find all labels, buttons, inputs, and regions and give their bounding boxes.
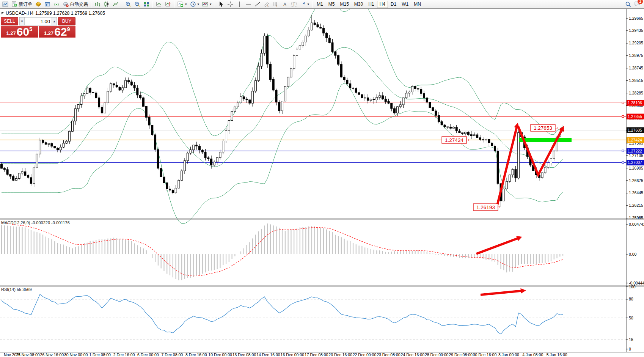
zoom-in-icon: [125, 1, 131, 7]
toolbar-separator: [312, 1, 313, 8]
zoom-out-icon: [134, 1, 140, 7]
candles: [1, 15, 564, 207]
trendline-tool-button[interactable]: [253, 0, 262, 8]
tile-windows-button[interactable]: [142, 0, 151, 8]
line-chart-button[interactable]: [111, 0, 120, 8]
chart-canvas[interactable]: 1.296651.294351.292051.289751.287451.285…: [0, 0, 644, 357]
timeframe-h4[interactable]: H4: [377, 1, 388, 8]
sell-price[interactable]: 1.27 60 5: [1, 26, 38, 38]
cursor-tool-button[interactable]: [217, 0, 226, 8]
svg-text:1.27424: 1.27424: [445, 137, 463, 143]
market-watch-button[interactable]: [43, 0, 52, 8]
buy-button[interactable]: BUY: [58, 17, 75, 25]
timeframe-d1[interactable]: D1: [388, 1, 399, 8]
svg-text:5 Jan 16:00: 5 Jan 16:00: [547, 352, 567, 357]
svg-text:1.28285: 1.28285: [629, 91, 643, 95]
label-tool-button[interactable]: T: [289, 0, 298, 8]
zoom-out-button[interactable]: [133, 0, 142, 8]
app-chart-icon: [2, 1, 8, 7]
toolbar-separator: [91, 1, 91, 8]
horizontal-line-icon: [245, 1, 251, 7]
toolbar-separator: [215, 1, 215, 8]
fibonacci-tool-button[interactable]: F: [271, 0, 280, 8]
crosshair-tool-button[interactable]: [226, 0, 235, 8]
favorites-button[interactable]: [34, 0, 43, 8]
chart-shift-button[interactable]: [163, 0, 173, 8]
svg-text:1.28515: 1.28515: [629, 78, 643, 83]
timeframe-mn[interactable]: MN: [411, 1, 424, 8]
new-chart-button[interactable]: ▾: [176, 0, 188, 8]
equidistant-channel-icon: E: [264, 1, 270, 7]
new-order-button[interactable]: 新订单: [10, 0, 34, 8]
svg-text:1.27855: 1.27855: [628, 114, 642, 119]
toolbar-separator: [152, 1, 153, 8]
one-click-trading-panel: SELL ▼ ▲ BUY 1.27 60 5 1.27 62 9: [1, 17, 75, 38]
signals-button[interactable]: [52, 0, 61, 8]
channel-tool-button[interactable]: E: [262, 0, 271, 8]
trendline-icon: [254, 1, 261, 7]
svg-text:1.28975: 1.28975: [629, 53, 643, 58]
period-button[interactable]: ▾: [188, 0, 201, 8]
svg-text:1.28745: 1.28745: [629, 66, 643, 70]
chart-symbol-period: USDCAD-,H4: [6, 11, 33, 16]
svg-text:22 Dec 00:00: 22 Dec 00:00: [353, 352, 377, 357]
timeframe-m1[interactable]: M1: [314, 1, 326, 8]
auto-scroll-icon: [156, 1, 162, 7]
auto-trading-label: 自动交易: [70, 1, 88, 8]
timeframe-m15[interactable]: M15: [337, 1, 351, 8]
zoom-in-button[interactable]: [124, 0, 133, 8]
horizontal-line-tool-button[interactable]: [244, 0, 253, 8]
timeframe-h1[interactable]: H1: [366, 1, 377, 8]
volume-increase-button[interactable]: ▲: [52, 17, 57, 25]
macd-values: -0.000220 -0.001176: [31, 220, 69, 225]
vertical-line-tool-button[interactable]: [235, 0, 244, 8]
svg-text:F: F: [276, 5, 278, 7]
volume-input[interactable]: [25, 17, 52, 25]
timeframe-m5[interactable]: M5: [326, 1, 338, 8]
svg-text:E: E: [267, 5, 269, 7]
svg-text:1.27222: 1.27222: [628, 149, 642, 153]
toolbar: 新订单 自动交易 ▾ ▾ ▾: [0, 0, 644, 9]
svg-text:28 Dec 00:00: 28 Dec 00:00: [425, 352, 449, 357]
chevron-down-icon: ▾: [198, 2, 199, 6]
timeframe-w1[interactable]: W1: [399, 1, 411, 8]
svg-text:T: T: [293, 2, 295, 6]
timeframe-m30[interactable]: M30: [352, 1, 366, 8]
auto-trading-button[interactable]: 自动交易: [61, 0, 90, 8]
svg-text:50: 50: [629, 316, 633, 320]
bar-chart-button[interactable]: [93, 0, 102, 8]
svg-text:1.27424: 1.27424: [628, 138, 642, 142]
svg-text:13 Dec 08:00: 13 Dec 08:00: [232, 352, 256, 357]
candle-chart-button[interactable]: [102, 0, 111, 8]
svg-text:1.29205: 1.29205: [629, 41, 643, 45]
svg-text:15: 15: [629, 337, 633, 342]
macd-indicator-label: MACD(12,26,9) -0.000220 -0.001176: [1, 220, 70, 225]
bar-chart-icon: [94, 1, 101, 7]
svg-text:17 Dec 08:00: 17 Dec 08:00: [305, 352, 328, 357]
buy-price[interactable]: 1.27 62 9: [39, 26, 76, 38]
sell-button[interactable]: SELL: [1, 17, 18, 25]
svg-text:1.29665: 1.29665: [629, 16, 643, 20]
arrows-tool-button[interactable]: ▾: [298, 0, 311, 8]
signals-icon: [53, 1, 60, 7]
toolbar-separator: [174, 1, 174, 8]
svg-text:24 Dec 16:00: 24 Dec 16:00: [401, 352, 425, 357]
auto-scroll-button[interactable]: [154, 0, 163, 8]
app-chart-button[interactable]: [1, 0, 10, 8]
shapes-arrow-icon: [300, 1, 306, 7]
svg-text:1.26193: 1.26193: [476, 204, 495, 210]
volume-stepper: ▼ ▲: [19, 17, 57, 25]
notifications-button[interactable]: 1: [634, 1, 640, 8]
search-icon[interactable]: [625, 1, 631, 7]
template-button[interactable]: ▾: [201, 0, 213, 8]
svg-text:1.27135: 1.27135: [629, 153, 643, 158]
rsi-pane: 1008050150: [0, 285, 636, 351]
svg-text:0.004742: 0.004742: [629, 222, 644, 226]
volume-decrease-button[interactable]: ▼: [19, 17, 25, 25]
price-axis: 1.296651.294351.292051.289751.287451.285…: [622, 16, 644, 220]
new-chart-icon: [177, 1, 184, 7]
text-tool-button[interactable]: A: [280, 0, 289, 8]
chevron-down-icon: ▾: [185, 2, 187, 6]
svg-text:2 Dec 16:00: 2 Dec 16:00: [113, 352, 135, 357]
gold-box-icon: [35, 1, 41, 7]
